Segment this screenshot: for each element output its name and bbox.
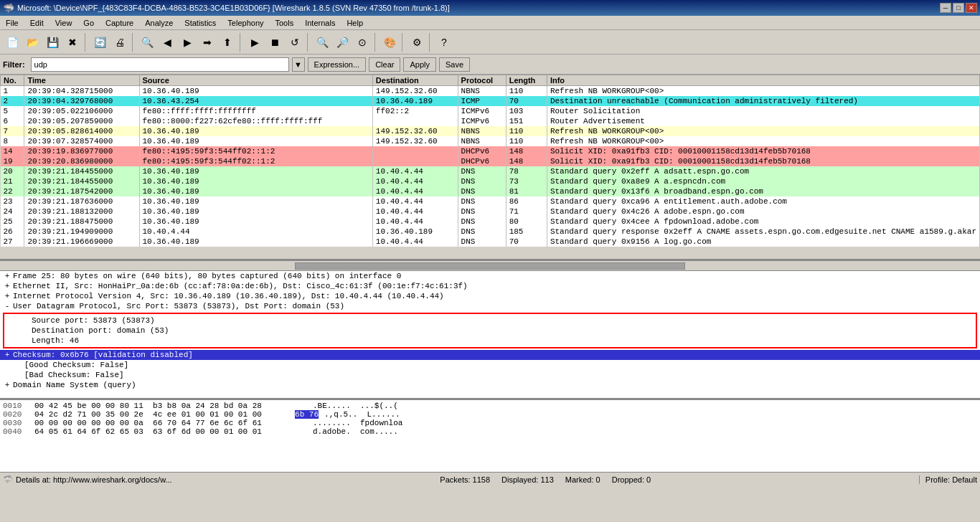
goto-button[interactable]: ➡ [198, 33, 217, 52]
statusbar: 🦈 Details at: http://www.wireshark.org/d… [0, 472, 980, 486]
detail-udp-bad[interactable]: [Bad Checksum: False] [0, 370, 980, 380]
new-capture-button[interactable]: 📄 [3, 33, 22, 52]
detail-udp-good[interactable]: [Good Checksum: False] [0, 360, 980, 370]
expand-icon-ip: + [3, 292, 11, 300]
table-row[interactable]: 2320:39:21.18763600010.36.40.18910.40.4.… [1, 196, 980, 207]
filter-input[interactable] [31, 57, 289, 72]
next-button[interactable]: ▶ [178, 33, 197, 52]
menu-capture[interactable]: Capture [100, 17, 139, 29]
cell-6: Refresh NB WORKGROUP<00> [547, 136, 979, 146]
close-file-button[interactable]: ✖ [63, 33, 82, 52]
stop-capture-button[interactable]: ⏹ [265, 33, 284, 52]
maximize-button[interactable]: □ [953, 3, 964, 13]
table-row[interactable]: 220:39:04.32976800010.36.43.25410.36.40.… [1, 96, 980, 106]
cell-3: ff02::2 [372, 106, 458, 116]
table-row[interactable]: 2020:39:21.18445500010.36.40.18910.40.4.… [1, 166, 980, 176]
table-row[interactable]: 2420:39:21.18813200010.36.40.18910.40.4.… [1, 207, 980, 217]
detail-udp-src[interactable]: Source port: 53873 (53873) [7, 315, 973, 326]
detail-ip[interactable]: + Internet Protocol Version 4, Src: 10.3… [0, 291, 980, 301]
prefs-button[interactable]: ⚙ [407, 33, 426, 52]
cell-4: DHCPv6 [458, 156, 506, 166]
save-filter-button[interactable]: Save [439, 57, 470, 72]
titlebar-title: Microsoft: \Device\NPF_{483C83F4-DCBA-48… [17, 4, 450, 12]
zoom-in-button[interactable]: 🔍 [313, 33, 331, 52]
cell-5: 110 [506, 126, 547, 136]
detail-udp[interactable]: - User Datagram Protocol, Src Port: 5387… [0, 301, 980, 311]
table-row[interactable]: 720:39:05.82861400010.36.40.189149.152.3… [1, 126, 980, 136]
cell-2: fe80::4195:59f3:544ff02::1:2 [139, 146, 372, 156]
detail-ethernet[interactable]: + Ethernet II, Src: HonHaiPr_0a:de:6b (c… [0, 281, 980, 291]
table-row[interactable]: 1920:39:20.836980000fe80::4195:59f3:544f… [1, 156, 980, 166]
apply-button[interactable]: Apply [403, 57, 436, 72]
table-row[interactable]: 820:39:07.32857400010.36.40.189149.152.3… [1, 136, 980, 146]
table-row[interactable]: 2620:39:21.19490900010.40.4.4410.36.40.1… [1, 227, 980, 237]
menu-telephony[interactable]: Telephony [222, 17, 269, 29]
table-row[interactable]: 2220:39:21.18754200010.36.40.18910.40.4.… [1, 186, 980, 196]
print-button[interactable]: 🖨 [110, 33, 129, 52]
cell-1: 20:39:19.836977000 [24, 146, 139, 156]
packet-list[interactable]: No. Time Source Destination Protocol Len… [0, 75, 980, 259]
menu-go[interactable]: Go [77, 17, 100, 29]
cell-1: 20:39:21.188475000 [24, 217, 139, 227]
open-button[interactable]: 📂 [23, 33, 42, 52]
menu-file[interactable]: File [0, 17, 24, 29]
menu-help[interactable]: Help [341, 17, 369, 29]
menu-view[interactable]: View [50, 17, 78, 29]
cell-5: 73 [506, 176, 547, 186]
cell-2: fe80::ffff:ffff:ffffffff [139, 106, 372, 116]
cell-4: DNS [458, 186, 506, 196]
table-row[interactable]: 520:39:05.022106000fe80::ffff:ffff:fffff… [1, 106, 980, 116]
cell-4: NBNS [458, 86, 506, 97]
menu-tools[interactable]: Tools [270, 17, 300, 29]
cell-4: DNS [458, 237, 506, 247]
filter-dropdown-button[interactable]: ▼ [292, 57, 305, 72]
zoom-normal-button[interactable]: ⊙ [353, 33, 372, 52]
toolbar-sep-3 [240, 33, 242, 52]
menu-edit[interactable]: Edit [24, 17, 50, 29]
restart-button[interactable]: ↺ [286, 33, 304, 52]
cell-1: 20:39:21.184455000 [24, 166, 139, 176]
clear-button[interactable]: Clear [369, 57, 400, 72]
horizontal-scrollbar[interactable] [0, 261, 980, 271]
find-button[interactable]: 🔍 [138, 33, 156, 52]
cell-3: 10.40.4.44 [372, 207, 458, 217]
close-button[interactable]: ✕ [966, 3, 977, 13]
table-row[interactable]: 1420:39:19.836977000fe80::4195:59f3:544f… [1, 146, 980, 156]
save-button[interactable]: 💾 [43, 33, 62, 52]
table-row[interactable]: 2120:39:21.18445500010.36.40.18910.40.4.… [1, 176, 980, 186]
menu-statistics[interactable]: Statistics [179, 17, 222, 29]
table-row[interactable]: 620:39:05.207859000fe80::8000:f227:62cfe… [1, 116, 980, 126]
hex-bytes-0010: 00 42 45 be 00 00 80 11 b3 b8 0a 24 28 b… [34, 402, 307, 410]
minimize-button[interactable]: ─ [940, 3, 951, 13]
cell-4: NBNS [458, 136, 506, 146]
statusbar-icon: 🦈 [3, 475, 13, 484]
cell-0: 25 [1, 217, 24, 227]
detail-dns[interactable]: + Domain Name System (query) [0, 380, 980, 390]
detail-udp-dst[interactable]: Destination port: domain (53) [7, 326, 973, 336]
detail-udp-checksum[interactable]: + Checksum: 0x6b76 [validation disabled] [0, 350, 980, 360]
reload-button[interactable]: 🔄 [90, 33, 109, 52]
detail-pane[interactable]: + Frame 25: 80 bytes on wire (640 bits),… [0, 271, 980, 400]
cell-0: 8 [1, 136, 24, 146]
hscroll-thumb[interactable] [295, 262, 686, 270]
help-tb-button[interactable]: ? [435, 33, 453, 52]
table-row[interactable]: 2720:39:21.19666900010.36.40.18910.40.4.… [1, 237, 980, 247]
toolbar: 📄 📂 💾 ✖ 🔄 🖨 🔍 ◀ ▶ ➡ ⬆ ▶ ⏹ ↺ 🔍 🔎 ⊙ 🎨 ⚙ ? [0, 30, 980, 54]
toolbar-sep-7 [429, 33, 432, 52]
cell-6: Router Solicitation [547, 106, 979, 116]
detail-frame[interactable]: + Frame 25: 80 bytes on wire (640 bits),… [0, 271, 980, 281]
detail-udp-len[interactable]: Length: 46 [7, 336, 973, 346]
table-row[interactable]: 2520:39:21.18847500010.36.40.18910.40.4.… [1, 217, 980, 227]
start-capture-button[interactable]: ▶ [245, 33, 264, 52]
cell-0: 19 [1, 156, 24, 166]
menu-analyze[interactable]: Analyze [139, 17, 179, 29]
cell-3: 149.152.32.60 [372, 126, 458, 136]
capture-opts-button[interactable]: ⬆ [218, 33, 237, 52]
menu-internals[interactable]: Internals [299, 17, 341, 29]
color-button[interactable]: 🎨 [380, 33, 399, 52]
zoom-out-button[interactable]: 🔎 [333, 33, 352, 52]
prev-button[interactable]: ◀ [158, 33, 176, 52]
table-row[interactable]: 120:39:04.32871500010.36.40.189149.152.3… [1, 86, 980, 97]
expression-button[interactable]: Expression... [308, 57, 367, 72]
cell-1: 20:39:05.207859000 [24, 116, 139, 126]
